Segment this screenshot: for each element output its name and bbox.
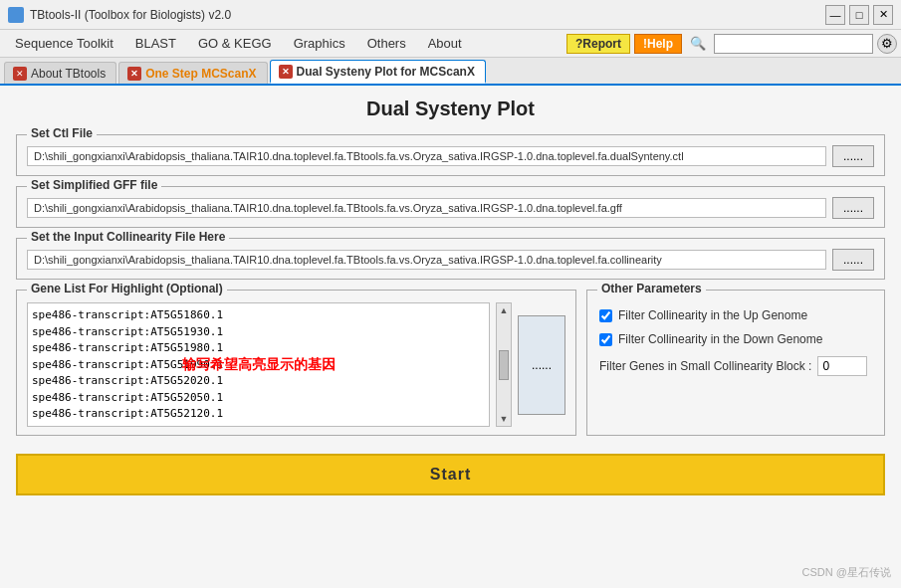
gene-browse-button[interactable]: ...... [518, 315, 565, 415]
filter-up-label: Filter Collinearity in the Up Genome [618, 308, 807, 322]
filter-down-row: Filter Collinearity in the Down Genome [599, 332, 872, 346]
tab-label-dual: Dual Systeny Plot for MCScanX [297, 65, 475, 79]
filter-small-input[interactable] [817, 356, 867, 376]
ctl-file-row: ...... [27, 145, 874, 167]
title-bar-left: TBtools-II (Toolbox for Biologists) v2.0 [8, 7, 231, 23]
gene-textarea-wrapper: 输写希望高亮显示的基因 [27, 302, 490, 427]
collinearity-file-input[interactable] [27, 250, 826, 270]
main-content: Dual Systeny Plot Set Ctl File ...... Se… [0, 86, 901, 588]
help-button[interactable]: !Help [634, 34, 682, 54]
close-button[interactable]: ✕ [873, 5, 893, 25]
menu-about[interactable]: About [417, 31, 473, 56]
report-button[interactable]: ?Report [566, 34, 630, 54]
tab-dual-synteny[interactable]: ✕ Dual Systeny Plot for MCScanX [270, 60, 486, 84]
filter-up-row: Filter Collinearity in the Up Genome [599, 308, 872, 322]
collinearity-file-row: ...... [27, 249, 874, 271]
other-params-section: Other Parameters Filter Collinearity in … [586, 290, 885, 436]
filter-down-checkbox[interactable] [599, 333, 612, 346]
menu-bar: Sequence Toolkit BLAST GO & KEGG Graphic… [0, 30, 901, 58]
tab-close-icon-dual[interactable]: ✕ [279, 65, 293, 79]
collinearity-browse-button[interactable]: ...... [832, 249, 874, 271]
ctl-browse-button[interactable]: ...... [832, 145, 874, 167]
menu-bar-right: ?Report !Help 🔍 ⚙ [566, 34, 897, 54]
menu-graphics[interactable]: Graphics [283, 31, 356, 56]
gene-list-label: Gene List For Highlight (Optional) [27, 282, 227, 295]
tab-close-icon-about[interactable]: ✕ [13, 67, 27, 81]
maximize-button[interactable]: □ [849, 5, 869, 25]
tab-bar: ✕ About TBtools ✕ One Step MCScanX ✕ Dua… [0, 58, 901, 86]
filter-small-label: Filter Genes in Small Collinearity Block… [599, 359, 811, 373]
app-title: TBtools-II (Toolbox for Biologists) v2.0 [30, 8, 231, 22]
ctl-file-input[interactable] [27, 146, 826, 166]
scrollbar-thumb[interactable] [499, 350, 509, 380]
tab-label-about: About TBtools [31, 67, 106, 81]
other-params-label: Other Parameters [597, 282, 706, 295]
tab-close-icon-mcscanx[interactable]: ✕ [127, 67, 141, 81]
filter-small-row: Filter Genes in Small Collinearity Block… [599, 356, 872, 376]
app-icon [8, 7, 24, 23]
collinearity-file-section: Set the Input Collinearity File Here ...… [16, 238, 885, 280]
gene-list-section: Gene List For Highlight (Optional) 输写希望高… [16, 290, 576, 436]
tab-label-mcscanx: One Step MCScanX [145, 67, 256, 81]
menu-others[interactable]: Others [356, 31, 417, 56]
collinearity-file-label: Set the Input Collinearity File Here [27, 230, 229, 244]
gff-file-section: Set Simplified GFF file ...... [16, 186, 885, 228]
page-title: Dual Systeny Plot [16, 98, 885, 120]
scroll-up-icon[interactable]: ▲ [500, 305, 509, 315]
gene-scrollbar[interactable]: ▲ ▼ [496, 302, 512, 427]
gff-file-label: Set Simplified GFF file [27, 178, 161, 192]
title-bar: TBtools-II (Toolbox for Biologists) v2.0… [0, 0, 901, 30]
ctl-file-label: Set Ctl File [27, 126, 97, 140]
gff-file-input[interactable] [27, 198, 826, 218]
gff-file-row: ...... [27, 197, 874, 219]
menu-blast[interactable]: BLAST [124, 31, 187, 56]
minimize-button[interactable]: — [825, 5, 845, 25]
tab-about-tbtools[interactable]: ✕ About TBtools [4, 62, 116, 84]
search-input[interactable] [714, 34, 873, 54]
search-icon[interactable]: 🔍 [686, 34, 710, 53]
gene-file-btn-wrapper: ...... [518, 302, 565, 427]
start-btn-row: Start [16, 446, 885, 499]
ctl-file-section: Set Ctl File ...... [16, 134, 885, 176]
filter-up-checkbox[interactable] [599, 309, 612, 322]
filter-down-label: Filter Collinearity in the Down Genome [618, 332, 822, 346]
search-settings-icon[interactable]: ⚙ [877, 34, 897, 54]
scroll-down-icon[interactable]: ▼ [500, 414, 509, 424]
gene-list-textarea[interactable] [28, 303, 489, 423]
gene-list-content: 输写希望高亮显示的基因 ▲ ▼ ...... [27, 302, 565, 427]
gff-browse-button[interactable]: ...... [832, 197, 874, 219]
tab-one-step-mcscanx[interactable]: ✕ One Step MCScanX [118, 62, 267, 84]
menu-go-kegg[interactable]: GO & KEGG [187, 31, 283, 56]
bottom-row: Gene List For Highlight (Optional) 输写希望高… [16, 290, 885, 436]
title-bar-controls[interactable]: — □ ✕ [825, 5, 893, 25]
start-button[interactable]: Start [16, 454, 885, 495]
menu-sequence-toolkit[interactable]: Sequence Toolkit [4, 31, 124, 56]
